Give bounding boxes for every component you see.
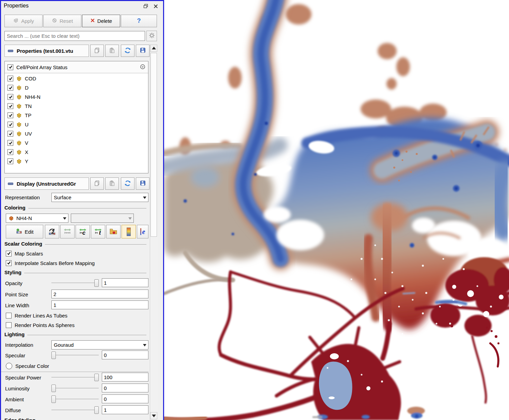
- slider-handle[interactable]: [51, 385, 56, 392]
- slider-handle[interactable]: [51, 352, 56, 359]
- search-input[interactable]: [4, 31, 145, 41]
- separator: [1, 372, 148, 372]
- apply-icon: [13, 18, 19, 25]
- properties-section-title: Properties (test.001.vtu: [17, 48, 73, 54]
- specular-color-radio[interactable]: Specular Color: [6, 362, 49, 369]
- checkbox-checked[interactable]: [7, 149, 13, 155]
- scroll-down-icon[interactable]: [150, 412, 157, 419]
- checkbox-unchecked[interactable]: [6, 322, 12, 328]
- help-button[interactable]: ?: [121, 15, 157, 27]
- reload-properties-button[interactable]: [121, 45, 134, 57]
- checkbox-unchecked[interactable]: [6, 313, 12, 318]
- array-item-d[interactable]: D: [5, 83, 148, 92]
- copy-display-button[interactable]: [90, 177, 104, 190]
- reload-display-button[interactable]: [121, 177, 134, 190]
- color-component-combo[interactable]: [71, 214, 134, 223]
- copy-properties-button[interactable]: [90, 45, 104, 57]
- display-section-title: Display (UnstructuredGr: [17, 181, 76, 187]
- apply-button[interactable]: Apply: [4, 15, 43, 27]
- array-item-cod[interactable]: COD: [5, 74, 148, 83]
- properties-section-header[interactable]: Properties (test.001.vtu: [4, 45, 89, 57]
- interpolate-scalars-checkbox[interactable]: Interpolate Scalars Before Mapping: [6, 260, 95, 266]
- slider-handle[interactable]: [51, 395, 56, 403]
- array-item-tp[interactable]: TP: [5, 111, 148, 120]
- array-item-x[interactable]: X: [5, 147, 148, 157]
- checkbox-checked[interactable]: [7, 94, 13, 100]
- specular-input[interactable]: [102, 351, 148, 359]
- opacity-slider[interactable]: [51, 279, 99, 287]
- rescale-to-visible-range-button[interactable]: [60, 225, 75, 238]
- paste-properties-button[interactable]: [105, 45, 119, 57]
- checkbox-checked[interactable]: [7, 131, 13, 137]
- checkbox-checked[interactable]: [7, 103, 13, 109]
- rescale-to-custom-range-button[interactable]: c: [76, 225, 90, 238]
- checkbox-checked[interactable]: [7, 122, 13, 127]
- rescale-to-data-range-button[interactable]: 2: [45, 225, 59, 238]
- array-item-nh4n[interactable]: NH4-N: [5, 92, 148, 102]
- scroll-up-icon[interactable]: [150, 45, 157, 52]
- checkbox-checked[interactable]: [7, 140, 13, 146]
- save-properties-button[interactable]: [136, 45, 149, 57]
- specular-power-slider[interactable]: [51, 374, 99, 381]
- line-width-input[interactable]: [51, 300, 148, 309]
- checkbox-checked[interactable]: [7, 158, 13, 164]
- diffuse-input[interactable]: [102, 405, 148, 414]
- array-item-u[interactable]: U: [5, 120, 148, 129]
- slider-handle[interactable]: [94, 406, 99, 414]
- slider-handle[interactable]: [94, 279, 99, 287]
- display-section-header[interactable]: Display (UnstructuredGr: [4, 177, 89, 190]
- diffuse-slider[interactable]: [51, 406, 99, 414]
- checkbox-checked[interactable]: [6, 260, 12, 266]
- render-view[interactable]: [164, 0, 509, 420]
- delete-button[interactable]: Delete: [82, 15, 120, 27]
- point-array-icon: [16, 149, 22, 155]
- edit-color-legend-button[interactable]: e: [137, 225, 148, 238]
- reset-button[interactable]: Reset: [43, 15, 81, 27]
- checkbox-checked[interactable]: [7, 85, 13, 91]
- radio-icon[interactable]: [6, 363, 12, 369]
- array-item-uv[interactable]: UV: [5, 129, 148, 138]
- rescale-to-temporal-range-button[interactable]: t: [91, 225, 105, 238]
- point-size-input[interactable]: [51, 290, 148, 298]
- checkbox-checked[interactable]: [7, 76, 13, 81]
- edit-colormap-button[interactable]: Edit: [6, 225, 43, 238]
- interpolation-combo[interactable]: Gouraud: [51, 340, 148, 349]
- checkbox-checked[interactable]: [6, 251, 12, 256]
- choose-preset-button[interactable]: [106, 225, 121, 238]
- specular-power-input[interactable]: [102, 373, 148, 382]
- panel-scrollbar[interactable]: [150, 45, 158, 420]
- collapse-icon[interactable]: [8, 183, 13, 185]
- array-item-v[interactable]: V: [5, 138, 148, 147]
- luminosity-slider[interactable]: [51, 385, 99, 392]
- ambient-input[interactable]: [102, 394, 148, 403]
- array-status-checkbox[interactable]: [7, 64, 13, 70]
- float-panel-icon[interactable]: [142, 3, 149, 10]
- opacity-input[interactable]: [102, 278, 148, 287]
- scrollbar-thumb[interactable]: [150, 53, 157, 237]
- checkbox-checked[interactable]: [7, 112, 13, 118]
- paste-display-button[interactable]: [105, 177, 119, 190]
- array-menu-icon[interactable]: [140, 64, 145, 71]
- edit-colormap-icon: [16, 228, 22, 236]
- specular-slider[interactable]: [51, 352, 99, 359]
- luminosity-input[interactable]: [102, 384, 148, 392]
- search-settings-button[interactable]: [146, 31, 157, 41]
- save-display-button[interactable]: [136, 177, 149, 190]
- representation-combo[interactable]: Surface: [51, 193, 148, 202]
- ambient-slider[interactable]: [51, 395, 99, 403]
- collapse-icon[interactable]: [8, 50, 13, 52]
- specular-label: Specular: [5, 351, 25, 360]
- refresh-icon: [124, 47, 131, 55]
- close-panel-icon[interactable]: [152, 3, 159, 10]
- interpolation-label: Interpolation: [5, 340, 33, 349]
- color-array-combo[interactable]: NH4-N: [6, 214, 68, 223]
- array-status-header[interactable]: Cell/Point Array Status: [5, 61, 148, 73]
- array-item-y[interactable]: Y: [5, 157, 148, 166]
- rescale-custom-range-icon: c: [79, 227, 87, 236]
- render-lines-as-tubes-checkbox[interactable]: Render Lines As Tubes: [6, 312, 67, 319]
- show-color-legend-button[interactable]: [122, 225, 136, 238]
- array-item-tn[interactable]: TN: [5, 102, 148, 111]
- map-scalars-checkbox[interactable]: Map Scalars: [6, 250, 43, 257]
- render-points-as-spheres-checkbox[interactable]: Render Points As Spheres: [6, 322, 75, 328]
- slider-handle[interactable]: [94, 374, 99, 381]
